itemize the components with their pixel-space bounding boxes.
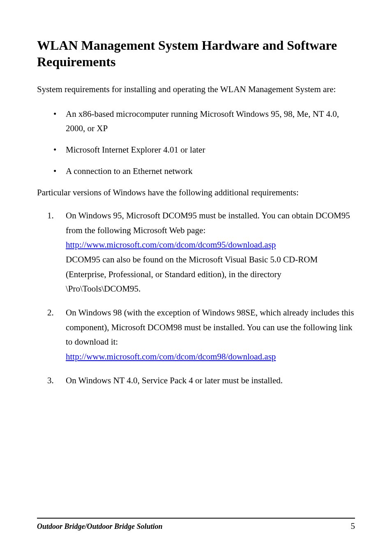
page-number: 5	[351, 521, 355, 531]
link-dcom95[interactable]: http://www.microsoft.com/com/dcom/dcom95…	[66, 240, 276, 250]
numbered-list: On Windows 95, Microsoft DCOM95 must be …	[37, 208, 355, 388]
list-item: A connection to an Ethernet network	[37, 164, 355, 179]
text-segment: DCOM95 can also be found on the Microsof…	[66, 253, 355, 297]
link-dcom98[interactable]: http://www.microsoft.com/com/dcom/dcom98…	[66, 352, 276, 361]
text-segment: On Windows 95, Microsoft DCOM95 must be …	[66, 211, 350, 235]
list-item: On Windows 95, Microsoft DCOM95 must be …	[37, 208, 355, 297]
bullet-list: An x86-based microcomputer running Micro…	[37, 107, 355, 179]
list-item: Microsoft Internet Explorer 4.01 or late…	[37, 143, 355, 158]
page-title: WLAN Management System Hardware and Soft…	[37, 37, 355, 70]
list-item: On Windows NT 4.0, Service Pack 4 or lat…	[37, 373, 355, 388]
footer-title: Outdoor Bridge/Outdoor Bridge Solution	[37, 522, 163, 531]
list-item: On Windows 98 (with the exception of Win…	[37, 306, 355, 364]
page: WLAN Management System Hardware and Soft…	[0, 0, 392, 556]
intro-paragraph: System requirements for installing and o…	[37, 82, 355, 97]
page-footer: Outdoor Bridge/Outdoor Bridge Solution 5	[37, 518, 355, 531]
list-item: An x86-based microcomputer running Micro…	[37, 107, 355, 136]
text-segment: On Windows 98 (with the exception of Win…	[66, 306, 355, 350]
mid-paragraph: Particular versions of Windows have the …	[37, 186, 355, 199]
